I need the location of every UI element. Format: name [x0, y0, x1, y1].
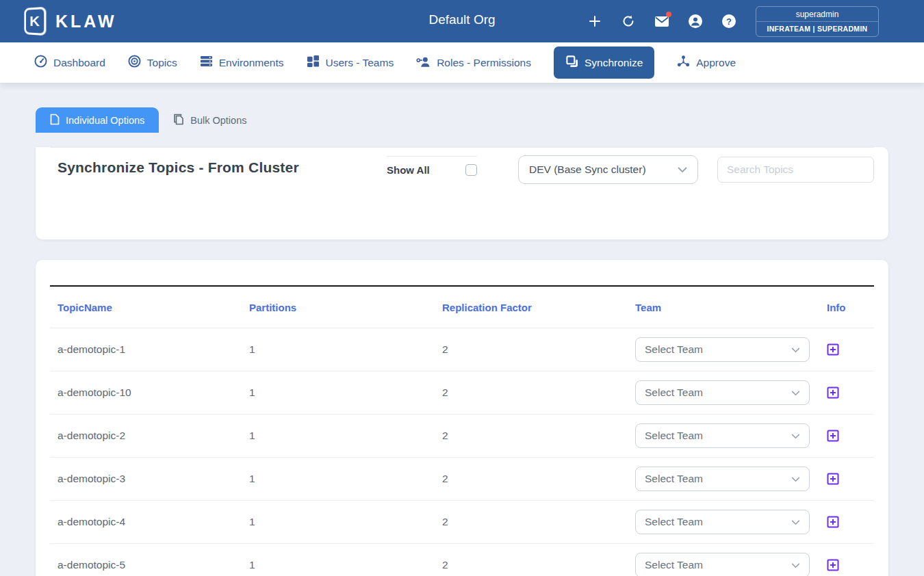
replication-factor-value: 2 — [442, 430, 635, 442]
table-row: a-demotopic-3 1 2 Select Team — [50, 458, 874, 501]
nav-item-synchronize[interactable]: Synchronize — [554, 47, 654, 79]
page-title: Synchronize Topics - From Cluster — [57, 159, 387, 176]
brand-name: KLAW — [55, 12, 117, 31]
column-header-partitions: Partitions — [249, 302, 442, 313]
team-select-value: Select Team — [645, 559, 703, 571]
team-select[interactable]: Select Team — [635, 337, 810, 362]
show-all-checkbox[interactable] — [465, 164, 477, 176]
app-header: K KLAW Default Org ? superadmin INFRATEA… — [0, 0, 924, 42]
nav-item-users-teams[interactable]: Users - Teams — [307, 55, 394, 70]
add-info-icon[interactable] — [827, 473, 839, 485]
cluster-select-value: DEV (Base Sync cluster) — [529, 163, 646, 176]
sync-topics-table: TopicName Partitions Replication Factor … — [50, 285, 874, 576]
sync-options-panel: Synchronize Topics - From Cluster Show A… — [36, 147, 888, 239]
team-select[interactable]: Select Team — [635, 423, 810, 448]
dashboard-icon — [34, 55, 47, 70]
topic-name: a-demotopic-10 — [50, 387, 249, 399]
add-info-icon[interactable] — [827, 343, 839, 356]
add-icon[interactable] — [587, 14, 602, 29]
table-row: a-demotopic-10 1 2 Select Team — [50, 371, 874, 415]
mail-icon[interactable] — [654, 14, 669, 29]
nav-item-topics[interactable]: Topics — [128, 55, 177, 70]
column-header-team: Team — [635, 302, 827, 313]
column-header-info: Info — [827, 302, 874, 313]
tab-label: Bulk Options — [190, 115, 246, 126]
topic-name: a-demotopic-1 — [50, 343, 249, 356]
nav-label: Environments — [219, 57, 284, 69]
partitions-value: 1 — [249, 559, 442, 571]
user-team-role: INFRATEAM | SUPERADMIN — [756, 22, 878, 36]
topics-icon — [128, 55, 141, 70]
user-name: superadmin — [756, 7, 878, 22]
nav-item-dashboard[interactable]: Dashboard — [34, 55, 105, 70]
team-select-value: Select Team — [645, 516, 703, 528]
synchronize-icon — [565, 55, 578, 70]
approve-icon — [677, 55, 690, 70]
chevron-down-icon — [791, 430, 800, 442]
team-select[interactable]: Select Team — [635, 553, 810, 576]
team-select[interactable]: Select Team — [635, 510, 810, 534]
documents-copy-icon — [173, 114, 184, 127]
table-row: a-demotopic-4 1 2 Select Team — [50, 501, 874, 544]
page-content: Individual Options Bulk Options Synchron… — [0, 107, 924, 576]
partitions-value: 1 — [249, 516, 442, 528]
replication-factor-value: 2 — [442, 559, 635, 571]
notification-badge — [666, 12, 671, 17]
header-actions: ? — [587, 14, 736, 29]
org-title: Default Org — [428, 12, 495, 27]
team-select-value: Select Team — [645, 387, 703, 399]
replication-factor-value: 2 — [442, 516, 635, 528]
nav-label: Topics — [147, 57, 177, 69]
refresh-icon[interactable] — [621, 14, 636, 29]
partitions-value: 1 — [249, 430, 442, 442]
chevron-down-icon — [791, 473, 800, 485]
document-icon — [50, 114, 60, 127]
table-row: a-demotopic-5 1 2 Select Team — [50, 544, 874, 576]
partitions-value: 1 — [249, 473, 442, 485]
team-select-value: Select Team — [645, 473, 703, 485]
add-info-icon[interactable] — [827, 559, 839, 571]
column-header-topicname: TopicName — [50, 302, 249, 313]
chevron-down-icon — [678, 163, 687, 176]
topic-name: a-demotopic-2 — [50, 430, 249, 442]
team-select-value: Select Team — [645, 430, 703, 442]
environments-icon — [200, 55, 213, 70]
replication-factor-value: 2 — [442, 473, 635, 485]
team-select[interactable]: Select Team — [635, 380, 810, 405]
chevron-down-icon — [791, 343, 800, 356]
brand: K KLAW — [23, 8, 117, 35]
add-info-icon[interactable] — [827, 430, 839, 442]
chevron-down-icon — [791, 516, 800, 528]
klaw-logo-icon: K — [24, 7, 46, 36]
chevron-down-icon — [791, 559, 800, 571]
table-row: a-demotopic-1 1 2 Select Team — [50, 328, 874, 371]
table-header-row: TopicName Partitions Replication Factor … — [50, 287, 874, 328]
nav-item-approve[interactable]: Approve — [677, 55, 736, 70]
team-select-value: Select Team — [645, 343, 703, 356]
roles-permissions-icon — [416, 55, 431, 70]
add-info-icon[interactable] — [827, 387, 839, 399]
tab-bulk-options[interactable]: Bulk Options — [159, 107, 261, 133]
nav-label: Approve — [696, 57, 736, 69]
users-teams-icon — [307, 55, 320, 70]
sync-table-card: TopicName Partitions Replication Factor … — [36, 260, 888, 576]
add-info-icon[interactable] — [827, 516, 839, 528]
topic-name: a-demotopic-3 — [50, 473, 249, 485]
team-select[interactable]: Select Team — [635, 467, 810, 491]
search-topics-input[interactable] — [717, 157, 874, 183]
nav-item-environments[interactable]: Environments — [200, 55, 284, 70]
panel-head: Synchronize Topics - From Cluster Show A… — [50, 147, 874, 184]
show-all-group: Show All — [387, 156, 477, 176]
nav-item-roles-permissions[interactable]: Roles - Permissions — [416, 55, 531, 70]
help-icon[interactable]: ? — [721, 14, 736, 29]
svg-text:?: ? — [726, 16, 732, 27]
user-icon[interactable] — [688, 14, 703, 29]
column-header-replication-factor: Replication Factor — [442, 302, 635, 313]
user-info-box[interactable]: superadmin INFRATEAM | SUPERADMIN — [756, 6, 879, 37]
cluster-select[interactable]: DEV (Base Sync cluster) — [518, 155, 698, 184]
table-row: a-demotopic-2 1 2 Select Team — [50, 415, 874, 458]
topic-name: a-demotopic-5 — [50, 559, 249, 571]
show-all-label: Show All — [387, 164, 430, 176]
partitions-value: 1 — [249, 387, 442, 399]
tab-individual-options[interactable]: Individual Options — [36, 107, 159, 133]
